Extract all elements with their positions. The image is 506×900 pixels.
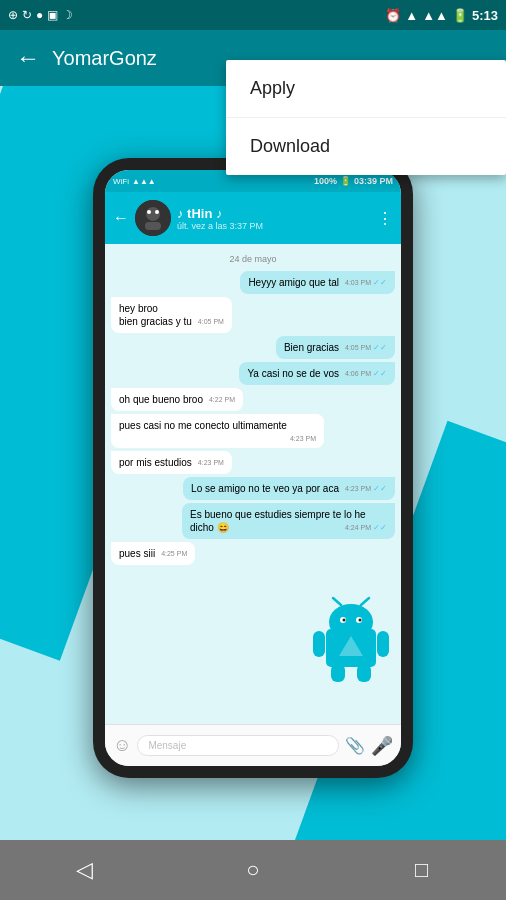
grid-icon: ▣: [47, 8, 58, 22]
android-mascot: [311, 594, 391, 684]
notification-icon: ⊕: [8, 8, 18, 22]
svg-rect-15: [331, 664, 345, 682]
dropdown-menu: Apply Download: [226, 60, 506, 175]
phone-screen: WiFi ▲▲▲ 100% 🔋 03:39 PM ←: [105, 170, 401, 766]
nav-back-button[interactable]: ◁: [62, 848, 106, 892]
alarm-icon: ⏰: [385, 8, 401, 23]
phone-time: 03:39 PM: [354, 176, 393, 186]
message-7: por mis estudios4:23 PM: [111, 451, 232, 474]
phone-status-icons: WiFi ▲▲▲: [113, 177, 156, 186]
phone-battery-icon: 🔋: [340, 176, 351, 186]
contact-status: últ. vez a las 3:37 PM: [177, 221, 371, 231]
mic-button[interactable]: 🎤: [371, 735, 393, 757]
spotify-icon: ●: [36, 8, 43, 22]
wifi-icon: ▲: [405, 8, 418, 23]
message-8: Lo se amigo no te veo ya por aca4:23 PM …: [183, 477, 395, 500]
svg-point-6: [329, 604, 373, 640]
chat-input-bar: ☺ Mensaje 📎 🎤: [105, 724, 401, 766]
back-button[interactable]: ←: [16, 44, 40, 72]
nav-recent-button[interactable]: □: [400, 848, 444, 892]
chat-body: 24 de mayo Heyyy amigo que tal4:03 PM ✓✓…: [105, 244, 401, 724]
phone-wifi-icon: WiFi: [113, 177, 129, 186]
svg-point-1: [146, 207, 160, 221]
phone-status-right: 100% 🔋 03:39 PM: [314, 176, 393, 186]
svg-point-9: [343, 619, 346, 622]
message-6: pues casi no me conecto ultimamente4:23 …: [111, 414, 324, 448]
download-menu-item[interactable]: Download: [226, 118, 506, 175]
svg-rect-14: [377, 631, 389, 657]
phone-signal-icon: ▲▲▲: [132, 177, 156, 186]
android-icon: ☽: [62, 8, 73, 22]
message-5: oh que bueno broo4:22 PM: [111, 388, 243, 411]
app-bar: ← YomarGonz Apply Download: [0, 30, 506, 86]
chat-date: 24 de mayo: [111, 254, 395, 264]
message-10: pues siii4:25 PM: [111, 542, 195, 565]
status-bar: ⊕ ↻ ● ▣ ☽ ⏰ ▲ ▲▲ 🔋 5:13: [0, 0, 506, 30]
main-content: WiFi ▲▲▲ 100% 🔋 03:39 PM ←: [0, 86, 506, 840]
status-bar-left: ⊕ ↻ ● ▣ ☽: [8, 8, 73, 22]
svg-line-12: [361, 598, 369, 605]
contact-name: ♪ tHin ♪: [177, 206, 371, 221]
signal-icon: ▲▲: [422, 8, 448, 23]
svg-point-3: [155, 210, 159, 214]
svg-rect-16: [357, 664, 371, 682]
phone-battery-percent: 100%: [314, 176, 337, 186]
phone-more-button[interactable]: ⋮: [377, 209, 393, 228]
attach-button[interactable]: 📎: [345, 736, 365, 755]
contact-info: ♪ tHin ♪ últ. vez a las 3:37 PM: [177, 206, 371, 231]
message-9: Es bueno que estudies siempre te lo he d…: [182, 503, 395, 539]
svg-point-2: [147, 210, 151, 214]
message-input[interactable]: Mensaje: [137, 735, 339, 756]
message-3: Bien gracias4:05 PM ✓✓: [276, 336, 395, 359]
phone-back-button[interactable]: ←: [113, 209, 129, 227]
sync-icon: ↻: [22, 8, 32, 22]
nav-home-button[interactable]: ○: [231, 848, 275, 892]
status-bar-right: ⏰ ▲ ▲▲ 🔋 5:13: [385, 8, 498, 23]
phone-mockup: WiFi ▲▲▲ 100% 🔋 03:39 PM ←: [93, 158, 413, 778]
svg-point-10: [359, 619, 362, 622]
battery-icon: 🔋: [452, 8, 468, 23]
time-display: 5:13: [472, 8, 498, 23]
message-2: hey broobien gracias y tu4:05 PM: [111, 297, 232, 333]
contact-avatar: [135, 200, 171, 236]
bottom-nav: ◁ ○ □: [0, 840, 506, 900]
phone-chat-header: ← ♪ tHin ♪ últ. vez a las 3:37 PM ⋮: [105, 192, 401, 244]
svg-rect-4: [145, 222, 161, 230]
emoji-button[interactable]: ☺: [113, 735, 131, 756]
svg-rect-13: [313, 631, 325, 657]
apply-menu-item[interactable]: Apply: [226, 60, 506, 118]
message-1: Heyyy amigo que tal4:03 PM ✓✓: [240, 271, 395, 294]
message-4: Ya casi no se de vos4:06 PM ✓✓: [239, 362, 395, 385]
svg-line-11: [333, 598, 341, 605]
